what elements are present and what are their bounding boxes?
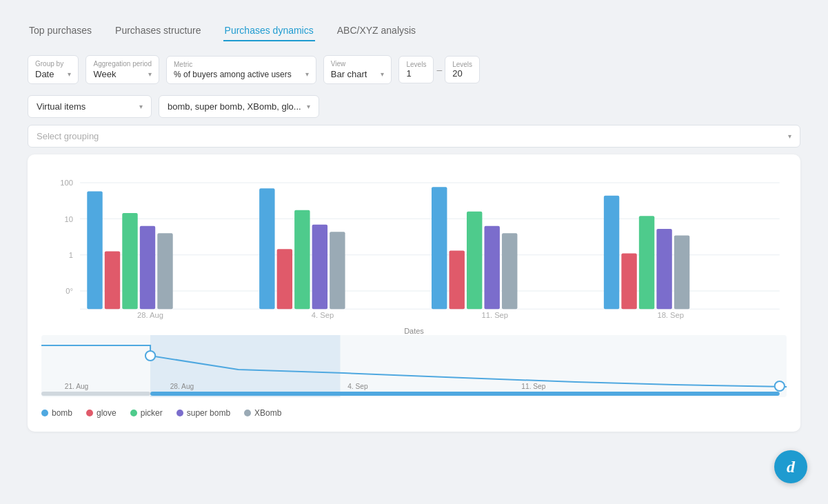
tab-top-purchases[interactable]: Top purchases — [28, 21, 93, 41]
svg-rect-23 — [502, 233, 517, 309]
legend-dot-picker — [130, 410, 137, 416]
svg-rect-26 — [639, 216, 654, 309]
category-chevron-icon: ▾ — [139, 103, 143, 110]
view-dropdown[interactable]: View Bar chart ▾ — [323, 55, 392, 84]
timeline-area[interactable]: 21. Aug 28. Aug 4. Sep 11. Sep — [41, 335, 787, 397]
svg-rect-21 — [467, 212, 482, 309]
svg-text:100: 100 — [60, 179, 73, 187]
svg-text:28. Aug: 28. Aug — [137, 311, 163, 319]
svg-text:28. Aug: 28. Aug — [170, 383, 194, 390]
filter-bar-secondary: Virtual items ▾ bomb, super bomb, XBomb,… — [28, 95, 800, 118]
category-dropdown[interactable]: Virtual items ▾ — [28, 95, 152, 118]
legend-dot-super-bomb — [176, 410, 183, 416]
svg-text:0°: 0° — [65, 287, 73, 295]
svg-rect-37 — [41, 392, 150, 396]
metric-dropdown[interactable]: Metric % of buyers among active users ▾ — [166, 56, 316, 84]
svg-rect-19 — [432, 187, 447, 309]
grouping-dropdown[interactable]: Select grouping ▾ — [28, 125, 800, 148]
svg-rect-15 — [277, 249, 292, 309]
svg-rect-12 — [140, 226, 155, 309]
svg-rect-25 — [621, 254, 636, 310]
svg-rect-36 — [150, 392, 780, 396]
svg-text:18. Sep: 18. Sep — [657, 311, 684, 319]
levels-dash: – — [436, 64, 442, 75]
svg-rect-13 — [157, 233, 172, 309]
app-logo: d — [774, 450, 807, 483]
svg-rect-14 — [259, 188, 274, 309]
chart-card: 100 10 1 0° — [28, 154, 800, 432]
levels-container: Levels 1 – Levels 20 — [398, 56, 480, 83]
svg-text:10: 10 — [64, 214, 72, 223]
aggregation-period-dropdown[interactable]: Aggregation period Week ▾ — [85, 55, 159, 84]
svg-text:11. Sep: 11. Sep — [521, 383, 545, 390]
legend-item-picker: picker — [130, 408, 163, 418]
levels-min-box[interactable]: Levels 1 — [398, 56, 434, 83]
legend-dot-xbomb — [244, 410, 251, 416]
legend-item-super-bomb: super bomb — [176, 408, 230, 418]
svg-text:21. Aug: 21. Aug — [65, 383, 89, 390]
legend-dot-bomb — [41, 410, 48, 416]
group-by-dropdown[interactable]: Group by Date ▾ — [28, 55, 79, 84]
legend-dot-glove — [86, 410, 93, 416]
items-dropdown[interactable]: bomb, super bomb, XBomb, glo... ▾ — [159, 95, 319, 118]
items-chevron-icon: ▾ — [307, 103, 310, 110]
navigation-tabs: Top purchases Purchases structure Purcha… — [28, 21, 800, 41]
svg-rect-9 — [87, 192, 102, 310]
aggregation-chevron-icon: ▾ — [148, 70, 152, 78]
svg-rect-24 — [604, 196, 619, 309]
svg-text:4. Sep: 4. Sep — [312, 311, 334, 319]
svg-rect-27 — [656, 229, 672, 309]
svg-rect-16 — [294, 210, 310, 310]
svg-rect-11 — [122, 213, 137, 309]
bar-chart-svg: 100 10 1 0° — [41, 168, 787, 320]
view-chevron-icon: ▾ — [381, 70, 384, 78]
svg-rect-18 — [330, 232, 345, 309]
svg-text:4. Sep: 4. Sep — [347, 383, 368, 390]
x-axis-title: Dates — [41, 327, 787, 335]
svg-rect-20 — [449, 250, 464, 309]
tab-purchases-structure[interactable]: Purchases structure — [114, 21, 203, 41]
svg-text:1: 1 — [69, 251, 73, 259]
grouping-chevron-icon: ▾ — [788, 132, 791, 140]
levels-max-box[interactable]: Levels 20 — [445, 56, 480, 83]
svg-rect-10 — [105, 251, 120, 309]
legend-item-glove: glove — [86, 408, 117, 418]
tab-abc-xyz[interactable]: ABC/XYZ analysis — [336, 21, 417, 41]
group-by-chevron-icon: ▾ — [68, 70, 71, 78]
svg-point-34 — [145, 351, 155, 361]
tab-purchases-dynamics[interactable]: Purchases dynamics — [223, 21, 315, 41]
svg-rect-17 — [312, 225, 327, 310]
svg-text:11. Sep: 11. Sep — [481, 311, 508, 319]
svg-rect-22 — [484, 226, 499, 309]
legend-item-bomb: bomb — [41, 408, 72, 418]
svg-point-35 — [775, 381, 785, 391]
bar-chart-area: 100 10 1 0° — [41, 168, 787, 320]
legend-item-xbomb: XBomb — [244, 408, 281, 418]
metric-chevron-icon: ▾ — [305, 70, 309, 78]
timeline-svg: 21. Aug 28. Aug 4. Sep 11. Sep — [41, 335, 787, 397]
chart-legend: bomb glove picker super bomb XBomb — [41, 403, 787, 418]
svg-rect-28 — [674, 235, 689, 309]
filter-bar-primary: Group by Date ▾ Aggregation period Week … — [28, 55, 800, 84]
